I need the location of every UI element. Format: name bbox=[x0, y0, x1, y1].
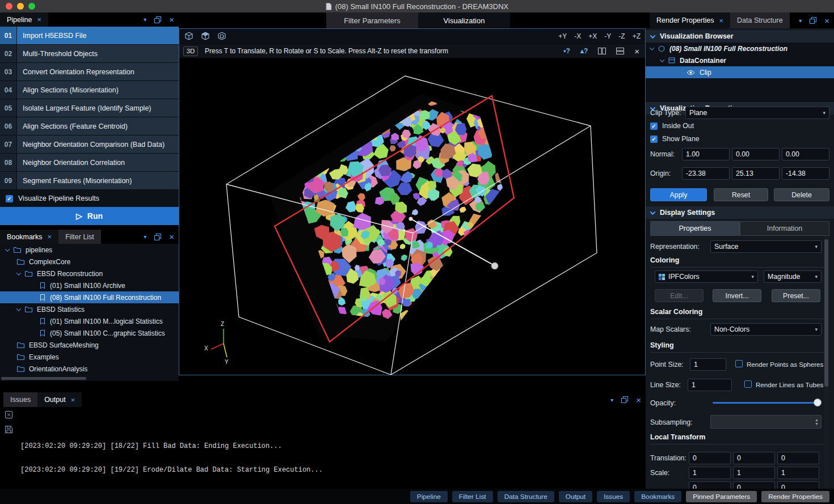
normal-x-input[interactable]: 1.00 bbox=[682, 148, 730, 160]
plane-center-handle[interactable] bbox=[409, 217, 413, 221]
slider-handle[interactable] bbox=[814, 399, 822, 406]
inside-out-checkbox[interactable]: ✓ bbox=[650, 122, 658, 130]
tab-visualization[interactable]: Visualization bbox=[418, 12, 510, 28]
spin-down-icon[interactable]: ▼ bbox=[815, 422, 819, 426]
tab-close-icon[interactable]: × bbox=[719, 17, 723, 24]
plane-normal-handle[interactable] bbox=[491, 262, 498, 269]
statusbar-pinned-parameters-button[interactable]: Pinned Parameters bbox=[686, 491, 757, 502]
axis-button-minus-z[interactable]: -Z bbox=[618, 32, 625, 40]
map-scalars-dropdown[interactable]: Non-Colors▾ bbox=[710, 323, 822, 336]
tree-item-pipelines[interactable]: pipelines bbox=[0, 244, 179, 256]
split-vertical-icon[interactable] bbox=[598, 48, 606, 54]
statusbar-render-properties-button[interactable]: Render Properties bbox=[761, 491, 829, 502]
translation-x-input[interactable]: 0 bbox=[689, 452, 731, 464]
show-plane-checkbox[interactable]: ✓ bbox=[650, 135, 658, 143]
scale-z-input[interactable]: 1 bbox=[777, 467, 819, 479]
tree-item-ebsd-reconstruction[interactable]: EBSD Reconstruction bbox=[0, 268, 179, 279]
statusbar-bookmarks-button[interactable]: Bookmarks bbox=[634, 491, 681, 502]
console-log[interactable]: [2023:02:20 09:29:20] [18/22] Fill Bad D… bbox=[0, 407, 646, 489]
close-view-icon[interactable]: × bbox=[634, 47, 639, 56]
panel-menu-caret-icon[interactable]: ▾ bbox=[799, 18, 802, 24]
render-lines-as-tubes-checkbox[interactable] bbox=[744, 380, 752, 388]
tab-close-icon[interactable]: × bbox=[37, 16, 41, 23]
pipeline-step[interactable]: 08Neighbor Orientation Correlation bbox=[0, 154, 179, 172]
edit-colormap-button[interactable]: Edit... bbox=[655, 289, 704, 302]
pipeline-step[interactable]: 06Align Sections (Feature Centroid) bbox=[0, 117, 179, 135]
window-zoom-button[interactable] bbox=[28, 3, 35, 10]
display-settings-header[interactable]: Display Settings bbox=[646, 206, 834, 219]
axis-button-minus-y[interactable]: -Y bbox=[604, 32, 611, 40]
apply-button[interactable]: Apply bbox=[650, 188, 707, 201]
tree-item-bookmark[interactable]: (05) Small IN100 C...graphic Statistics bbox=[0, 327, 179, 339]
axis-button-plus-z[interactable]: +Z bbox=[633, 32, 641, 40]
tree-item-ebsd-surfacemeshing[interactable]: EBSD SurfaceMeshing bbox=[0, 339, 179, 351]
reset-view-cube-icon[interactable] bbox=[183, 31, 195, 42]
section-chevron-icon[interactable] bbox=[650, 209, 656, 215]
viewport-3d-scene[interactable]: Z X Y bbox=[179, 58, 645, 375]
tab-close-icon[interactable]: × bbox=[71, 396, 75, 404]
split-horizontal-icon[interactable] bbox=[616, 48, 624, 54]
pipeline-step[interactable]: 05Isolate Largest Feature (Identify Samp… bbox=[0, 99, 179, 117]
subsampling-spinbox[interactable]: ▲ ▼ bbox=[710, 415, 822, 429]
tree-item-bookmark[interactable]: (01) Small IN100 Archive bbox=[0, 279, 179, 291]
tree-item-clip[interactable]: Clip bbox=[646, 66, 834, 78]
coloring-array-dropdown[interactable]: IPFColors ▾ bbox=[655, 270, 758, 283]
normal-z-input[interactable]: 0.00 bbox=[782, 148, 829, 160]
expanded-chevron-icon[interactable] bbox=[16, 270, 21, 275]
axis-button-minus-x[interactable]: -X bbox=[574, 32, 581, 40]
tab-filter-parameters[interactable]: Filter Parameters bbox=[326, 12, 418, 28]
expanded-chevron-icon[interactable] bbox=[5, 247, 10, 251]
translation-y-input[interactable]: 0 bbox=[733, 452, 775, 464]
statusbar-filter-list-button[interactable]: Filter List bbox=[452, 491, 493, 502]
tab-data-structure[interactable]: Data Structure bbox=[730, 12, 790, 28]
close-panel-icon[interactable]: × bbox=[169, 15, 174, 24]
tab-issues[interactable]: Issues bbox=[3, 392, 37, 407]
statusbar-pipeline-button[interactable]: Pipeline bbox=[410, 491, 448, 502]
save-output-icon[interactable] bbox=[5, 425, 13, 434]
expanded-chevron-icon[interactable] bbox=[660, 57, 664, 62]
tree-item-orientationanalysis[interactable]: OrientationAnalysis bbox=[0, 363, 179, 375]
component-dropdown[interactable]: Magnitude▾ bbox=[764, 270, 822, 283]
axis-button-plus-x[interactable]: +X bbox=[588, 32, 597, 40]
section-chevron-icon[interactable] bbox=[650, 33, 656, 39]
statusbar-data-structure-button[interactable]: Data Structure bbox=[498, 491, 554, 502]
reset-button[interactable]: Reset bbox=[714, 188, 768, 201]
tab-display-properties[interactable]: Properties bbox=[650, 221, 740, 236]
tab-render-properties[interactable]: Render Properties × bbox=[650, 12, 730, 28]
pipeline-step[interactable]: 03Convert Orientation Representation bbox=[0, 63, 179, 81]
tree-item-ebsd-statistics[interactable]: EBSD Statistics bbox=[0, 303, 179, 315]
expanded-chevron-icon[interactable] bbox=[16, 306, 21, 311]
visibility-eye-icon[interactable] bbox=[686, 70, 695, 75]
pipeline-step[interactable]: 09Segment Features (Misorientation) bbox=[0, 172, 179, 190]
horizontal-scrollbar[interactable] bbox=[0, 376, 179, 381]
run-pipeline-button[interactable]: ▷ Run bbox=[0, 207, 179, 225]
close-panel-icon[interactable]: × bbox=[824, 16, 829, 25]
window-minimize-button[interactable] bbox=[17, 3, 24, 10]
undock-panel-icon[interactable] bbox=[621, 396, 628, 403]
undock-panel-icon[interactable] bbox=[154, 16, 161, 23]
normal-y-input[interactable]: 0.00 bbox=[732, 148, 780, 160]
camera-cube-icon[interactable] bbox=[216, 31, 228, 42]
statusbar-output-button[interactable]: Output bbox=[559, 491, 592, 502]
delete-button[interactable]: Delete bbox=[774, 188, 829, 201]
scale-x-input[interactable]: 1 bbox=[689, 467, 731, 479]
tree-item-complexcore[interactable]: ComplexCore bbox=[0, 256, 179, 268]
panel-menu-caret-icon[interactable]: ▾ bbox=[610, 397, 613, 403]
orientation-x-input[interactable]: 0 bbox=[689, 481, 731, 489]
render-points-as-spheres-checkbox[interactable] bbox=[735, 360, 743, 367]
scrollbar-thumb[interactable] bbox=[824, 239, 828, 387]
point-size-input[interactable]: 1 bbox=[690, 358, 726, 371]
transform-help-icon[interactable]: ▴? bbox=[580, 47, 588, 55]
clear-console-icon[interactable] bbox=[5, 410, 13, 419]
close-panel-icon[interactable]: × bbox=[169, 232, 174, 241]
line-size-input[interactable]: 1 bbox=[688, 379, 732, 391]
statusbar-issues-button[interactable]: Issues bbox=[597, 491, 630, 502]
scale-y-input[interactable]: 1 bbox=[733, 467, 775, 479]
orientation-z-input[interactable]: 0 bbox=[777, 481, 819, 489]
clip-type-dropdown[interactable]: Plane▾ bbox=[685, 107, 829, 119]
undock-panel-icon[interactable] bbox=[810, 17, 816, 24]
pipeline-step[interactable]: 02Multi-Threshold Objects bbox=[0, 45, 179, 63]
origin-x-input[interactable]: -23.38 bbox=[682, 167, 730, 180]
tab-filter-list[interactable]: Filter List bbox=[58, 230, 101, 244]
tab-close-icon[interactable]: × bbox=[48, 233, 52, 240]
